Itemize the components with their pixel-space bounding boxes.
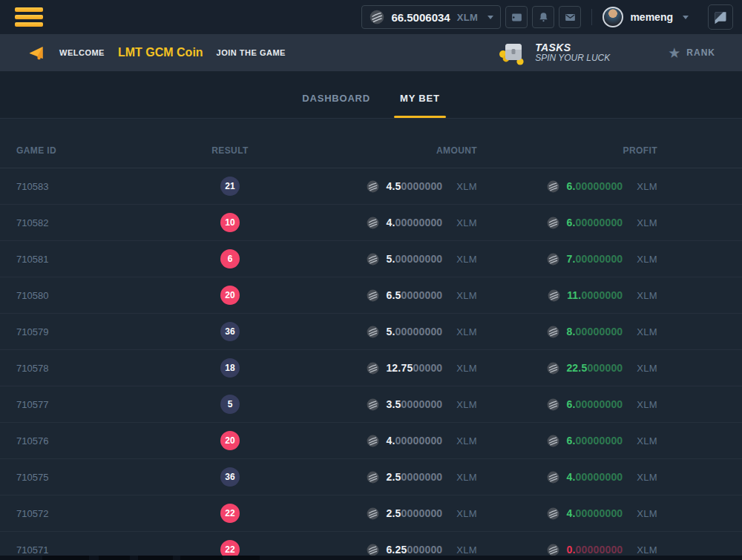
game-id: 710579 bbox=[0, 326, 211, 337]
xlm-coin-icon bbox=[547, 544, 559, 556]
tab-dashboard[interactable]: DASHBOARD bbox=[301, 93, 372, 118]
wallet-icon bbox=[510, 11, 523, 24]
xlm-coin-icon bbox=[367, 253, 379, 266]
table-row: 710579 36 5.00000000 XLM bbox=[0, 314, 742, 350]
amount-value: 4.00000000 bbox=[386, 217, 442, 228]
result-badge: 36 bbox=[220, 322, 240, 341]
amount-currency: XLM bbox=[456, 363, 477, 374]
amount-cell: 4.00000000 XLM bbox=[249, 217, 477, 229]
amount-cell: 4.50000000 XLM bbox=[249, 180, 477, 193]
profit-cell: 0.00000000 XLM bbox=[477, 544, 657, 556]
game-id: 710580 bbox=[0, 290, 211, 301]
profit-cell: 8.00000000 XLM bbox=[477, 326, 657, 338]
game-id: 710572 bbox=[0, 508, 211, 519]
welcome-prefix: WELCOME bbox=[59, 48, 105, 57]
xlm-coin-icon bbox=[367, 180, 379, 193]
table-row: 710575 36 2.50000000 XLM bbox=[0, 459, 742, 495]
profit-value: 11.0000000 bbox=[567, 289, 623, 301]
profit-value: 4.00000000 bbox=[566, 507, 623, 519]
table-row: 710572 22 2.50000000 XLM bbox=[0, 495, 742, 532]
amount-value: 3.50000000 bbox=[386, 398, 442, 410]
game-id: 710583 bbox=[0, 181, 211, 192]
amount-currency: XLM bbox=[456, 544, 477, 556]
amount-cell: 12.7500000 XLM bbox=[249, 362, 477, 375]
amount-cell: 6.25000000 XLM bbox=[249, 544, 477, 556]
amount-value: 4.00000000 bbox=[386, 435, 442, 447]
amount-value: 2.50000000 bbox=[386, 507, 442, 519]
avatar bbox=[603, 7, 623, 27]
xlm-coin-icon bbox=[547, 507, 559, 520]
game-id: 710581 bbox=[0, 254, 211, 265]
profit-cell: 7.00000000 XLM bbox=[477, 253, 657, 266]
table-row: 710577 5 3.50000000 XLM bbox=[0, 386, 742, 423]
profit-cell: 4.00000000 XLM bbox=[477, 507, 657, 520]
balance-currency: XLM bbox=[457, 12, 478, 23]
game-id: 710577 bbox=[0, 399, 211, 410]
xlm-coin-icon bbox=[547, 398, 559, 411]
amount-cell: 5.00000000 XLM bbox=[249, 253, 477, 266]
hamburger-menu-icon[interactable] bbox=[15, 7, 43, 27]
xlm-coin-icon bbox=[367, 435, 379, 447]
profit-value: 6.00000000 bbox=[566, 435, 623, 447]
profit-cell: 11.0000000 XLM bbox=[477, 289, 657, 302]
profit-currency: XLM bbox=[637, 217, 657, 228]
profit-value: 7.00000000 bbox=[566, 253, 623, 265]
mail-icon bbox=[564, 11, 577, 24]
wallet-button[interactable] bbox=[505, 6, 528, 28]
welcome-message: WELCOME LMT GCM Coin JOIN THE GAME bbox=[28, 44, 286, 62]
tab-my-bet[interactable]: MY BET bbox=[398, 93, 441, 118]
bet-table-body: 710583 21 4.50000000 XLM bbox=[0, 168, 742, 560]
xlm-coin-icon bbox=[547, 180, 559, 193]
game-id: 710582 bbox=[0, 217, 211, 228]
amount-cell: 6.50000000 XLM bbox=[249, 289, 477, 302]
header-profit: PROFIT bbox=[477, 145, 657, 156]
profit-value: 6.00000000 bbox=[566, 217, 623, 228]
game-id: 710571 bbox=[0, 544, 211, 556]
profit-cell: 6.00000000 XLM bbox=[477, 217, 657, 229]
notifications-button[interactable] bbox=[532, 6, 554, 28]
xlm-coin-icon bbox=[547, 326, 559, 338]
profit-currency: XLM bbox=[637, 181, 657, 192]
table-row: 710582 10 4.00000000 XLM bbox=[0, 205, 742, 241]
result-badge: 21 bbox=[220, 177, 240, 196]
xlm-coin-icon bbox=[367, 398, 379, 411]
rank-label: RANK bbox=[686, 47, 715, 58]
balance-dropdown[interactable]: 66.5006034 XLM bbox=[361, 5, 501, 29]
table-row: 710576 20 4.00000000 XLM bbox=[0, 423, 742, 459]
profit-currency: XLM bbox=[637, 290, 657, 301]
game-id: 710576 bbox=[0, 435, 211, 447]
table-row: 710581 6 5.00000000 XLM bbox=[0, 241, 742, 277]
result-badge: 20 bbox=[220, 431, 240, 450]
xlm-coin-icon bbox=[547, 471, 559, 484]
chat-icon bbox=[713, 10, 728, 24]
rank-widget[interactable]: ★ RANK bbox=[668, 46, 715, 60]
amount-currency: XLM bbox=[456, 181, 477, 192]
tasks-widget[interactable]: TASKS SPIN YOUR LUCK bbox=[498, 39, 610, 66]
topbar: 66.5006034 XLM memeng bbox=[0, 0, 742, 34]
amount-value: 12.7500000 bbox=[386, 362, 442, 374]
messages-button[interactable] bbox=[559, 6, 581, 28]
tasks-chest-icon bbox=[498, 39, 528, 66]
profit-value: 0.00000000 bbox=[566, 544, 623, 556]
header-result: RESULT bbox=[211, 145, 249, 156]
xlm-coin-icon bbox=[547, 362, 559, 375]
profit-currency: XLM bbox=[637, 326, 657, 337]
profit-value: 4.00000000 bbox=[566, 471, 623, 483]
profit-cell: 6.00000000 XLM bbox=[477, 398, 657, 411]
amount-value: 6.50000000 bbox=[386, 289, 442, 301]
amount-currency: XLM bbox=[456, 399, 477, 410]
result-badge: 18 bbox=[220, 358, 240, 378]
xlm-coin-icon bbox=[548, 289, 560, 302]
amount-value: 5.00000000 bbox=[386, 253, 442, 265]
chevron-down-icon bbox=[487, 16, 493, 19]
profit-cell: 4.00000000 XLM bbox=[477, 471, 657, 484]
user-menu[interactable]: memeng bbox=[603, 7, 689, 27]
amount-cell: 2.50000000 XLM bbox=[249, 507, 477, 520]
amount-cell: 3.50000000 XLM bbox=[249, 398, 477, 411]
profit-currency: XLM bbox=[637, 508, 657, 519]
chat-toggle-button[interactable] bbox=[708, 4, 733, 30]
profit-currency: XLM bbox=[637, 363, 657, 374]
xlm-coin-icon bbox=[367, 326, 379, 338]
profit-currency: XLM bbox=[637, 399, 657, 410]
result-badge: 6 bbox=[220, 249, 240, 269]
